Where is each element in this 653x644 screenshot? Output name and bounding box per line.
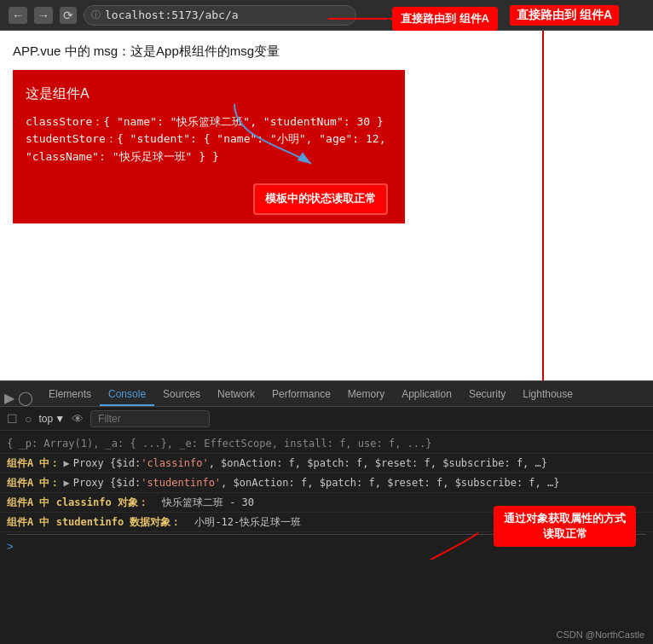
classinfo-value: 快乐篮球二班 - 30	[152, 495, 254, 510]
eye-icon[interactable]: 👁	[72, 412, 84, 426]
top-label: top	[38, 413, 53, 425]
component-a-box: 这是组件A classStore：{ "name": "快乐篮球二班", "st…	[13, 70, 405, 223]
student-store-line2: "className": "快乐足球一班" } }	[26, 148, 392, 166]
studentinfo-id: 'studentinfo'	[141, 475, 221, 490]
proxy-text-2: Proxy {$id:	[73, 455, 141, 471]
console-text-1: { _p: Array(1), _a: { ...}, _e: EffectSc…	[7, 436, 432, 451]
tab-console[interactable]: Console	[100, 384, 154, 406]
proxy-text-3b: , $onAction: f, $patch: f, $reset: f, $s…	[221, 475, 559, 490]
devtools-panel: ▶ ◯ Elements Console Sources Network Per…	[0, 380, 653, 644]
app-msg: APP.vue 中的 msg：这是App根组件的msg变量	[13, 44, 529, 60]
forward-button[interactable]: →	[34, 7, 53, 24]
route-annotation-container: 直接路由到 组件A	[324, 7, 498, 31]
tab-application[interactable]: Application	[393, 384, 460, 406]
devtools-toolbar: ☐ ○ top ▼ 👁	[0, 407, 653, 431]
tab-memory[interactable]: Memory	[339, 384, 393, 406]
lock-icon: ⓘ	[91, 9, 101, 21]
devtools-content: { _p: Array(1), _a: { ...}, _e: EffectSc…	[0, 431, 653, 560]
console-arrow-svg	[402, 516, 487, 560]
refresh-button[interactable]: ⟳	[60, 7, 77, 24]
browser-content: APP.vue 中的 msg：这是App根组件的msg变量 这是组件A clas…	[0, 31, 653, 380]
clear-console-icon[interactable]: ☐	[7, 412, 18, 426]
console-line-3: 组件A 中： ▶ Proxy {$id: 'studentinfo' , $on…	[0, 473, 653, 493]
route-arrow-svg	[324, 9, 392, 28]
filter-input[interactable]	[90, 410, 210, 427]
source-tag-2: 组件A 中：	[7, 455, 60, 471]
source-tag-4: 组件A 中 classinfo 对象：	[7, 495, 148, 510]
tab-security[interactable]: Security	[460, 384, 514, 406]
devtools-device-icon[interactable]: ◯	[18, 390, 33, 406]
top-selector[interactable]: top ▼	[38, 413, 65, 425]
url-text: localhost:5173/abc/a	[105, 9, 239, 21]
source-tag-5: 组件A 中 studentinfo 数据对象：	[7, 514, 181, 530]
devtools-tabs: ▶ ◯ Elements Console Sources Network Per…	[0, 381, 653, 407]
classinfo-id: 'classinfo'	[141, 455, 208, 471]
filter-icon[interactable]: ○	[25, 412, 32, 426]
console-annotation-label: 通过对象获取属性的方式 读取正常	[494, 506, 636, 547]
source-tag-3: 组件A 中：	[7, 475, 60, 490]
right-panel	[542, 31, 653, 380]
template-annotation-label: 模板中的状态读取正常	[253, 183, 388, 215]
proxy-text-2b: , $onAction: f, $patch: f, $reset: f, $s…	[209, 455, 547, 471]
expand-icon-3[interactable]: ▶	[63, 475, 69, 490]
route-annotation-label: 直接路由到 组件A	[510, 5, 619, 26]
page-area: APP.vue 中的 msg：这是App根组件的msg变量 这是组件A clas…	[0, 31, 542, 380]
tab-lighthouse[interactable]: Lighthouse	[514, 384, 581, 406]
expand-icon-2[interactable]: ▶	[63, 455, 69, 471]
watermark: CSDN @NorthCastle	[557, 629, 644, 640]
studentinfo-value: 小明-12-快乐足球一班	[184, 514, 301, 530]
template-arrow-svg	[217, 87, 320, 172]
top-chevron-icon: ▼	[55, 413, 65, 425]
devtools-select-icon[interactable]: ▶	[4, 390, 14, 406]
proxy-text-3: Proxy {$id:	[73, 475, 141, 490]
component-a-title: 这是组件A	[26, 83, 392, 105]
class-store-line: classStore：{ "name": "快乐篮球二班", "studentN…	[26, 113, 392, 131]
console-line-2: 组件A 中： ▶ Proxy {$id: 'classinfo' , $onAc…	[0, 454, 653, 473]
address-bar[interactable]: ⓘ localhost:5173/abc/a	[84, 5, 356, 26]
tab-network[interactable]: Network	[209, 384, 263, 406]
tab-sources[interactable]: Sources	[154, 384, 209, 406]
console-line-1: { _p: Array(1), _a: { ...}, _e: EffectSc…	[0, 434, 653, 454]
tab-elements[interactable]: Elements	[40, 384, 100, 406]
student-store-line: studentStore：{ "student": { "name": "小明"…	[26, 131, 392, 148]
route-label: 直接路由到 组件A	[392, 7, 498, 31]
tab-performance[interactable]: Performance	[263, 384, 339, 406]
back-button[interactable]: ←	[9, 7, 27, 24]
